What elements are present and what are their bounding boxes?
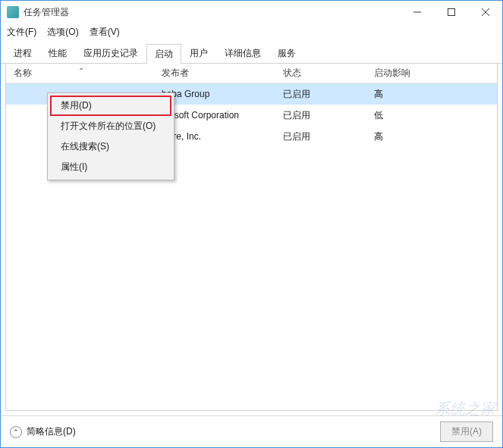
header-publisher[interactable]: 发布者 — [162, 67, 283, 80]
svg-rect-1 — [448, 9, 454, 16]
cell-publisher: crosoft Corporation — [162, 110, 283, 121]
cell-publisher: baba Group — [162, 89, 283, 99]
cell-impact: 低 — [374, 109, 497, 122]
window-controls — [400, 1, 502, 23]
cell-status: 已启用 — [283, 109, 374, 122]
minimize-button[interactable] — [400, 1, 434, 23]
header-name-label: 名称 — [14, 67, 32, 78]
tab-startup[interactable]: 启动 — [146, 44, 181, 64]
footer: ⌃ 简略信息(D) 禁用(A) — [1, 415, 502, 447]
context-menu-properties[interactable]: 属性(I) — [50, 157, 171, 177]
fewer-details-label: 简略信息(D) — [27, 425, 76, 438]
window-title: 任务管理器 — [24, 6, 400, 19]
cell-impact: 高 — [374, 130, 497, 143]
fewer-details-button[interactable]: ⌃ 简略信息(D) — [10, 425, 76, 438]
tab-app-history[interactable]: 应用历史记录 — [75, 43, 146, 63]
tab-processes[interactable]: 进程 — [5, 43, 40, 63]
menu-view[interactable]: 查看(V) — [90, 26, 120, 39]
context-menu: 禁用(D) 打开文件所在的位置(O) 在线搜索(S) 属性(I) — [47, 92, 174, 180]
sort-indicator-icon: ⌃ — [78, 67, 84, 75]
tab-details[interactable]: 详细信息 — [216, 43, 269, 63]
header-name[interactable]: 名称 ⌃ — [6, 67, 162, 80]
context-menu-search-online[interactable]: 在线搜索(S) — [50, 136, 171, 157]
tab-users[interactable]: 用户 — [181, 43, 216, 63]
tab-performance[interactable]: 性能 — [40, 43, 75, 63]
disable-button[interactable]: 禁用(A) — [440, 421, 493, 442]
cell-impact: 高 — [374, 88, 497, 101]
menu-file[interactable]: 文件(F) — [7, 26, 36, 39]
cell-status: 已启用 — [283, 130, 374, 143]
menu-options[interactable]: 选项(O) — [47, 26, 78, 39]
titlebar: 任务管理器 — [1, 1, 502, 23]
tab-strip: 进程 性能 应用历史记录 启动 用户 详细信息 服务 — [1, 40, 502, 64]
header-impact[interactable]: 启动影响 — [374, 67, 497, 80]
context-menu-open-location[interactable]: 打开文件所在的位置(O) — [50, 116, 171, 136]
menubar: 文件(F) 选项(O) 查看(V) — [1, 23, 502, 40]
context-menu-disable[interactable]: 禁用(D) — [50, 96, 171, 116]
task-manager-window: 任务管理器 文件(F) 选项(O) 查看(V) 进程 性能 应用历史记录 启动 … — [0, 0, 503, 448]
header-status[interactable]: 状态 — [283, 67, 374, 80]
maximize-button[interactable] — [434, 1, 468, 23]
close-button[interactable] — [468, 1, 502, 23]
tab-services[interactable]: 服务 — [269, 43, 304, 63]
app-icon — [7, 6, 19, 18]
cell-publisher: ware, Inc. — [162, 131, 283, 142]
chevron-up-icon: ⌃ — [10, 426, 22, 438]
column-headers: 名称 ⌃ 发布者 状态 启动影响 — [6, 64, 497, 83]
cell-status: 已启用 — [283, 88, 374, 101]
